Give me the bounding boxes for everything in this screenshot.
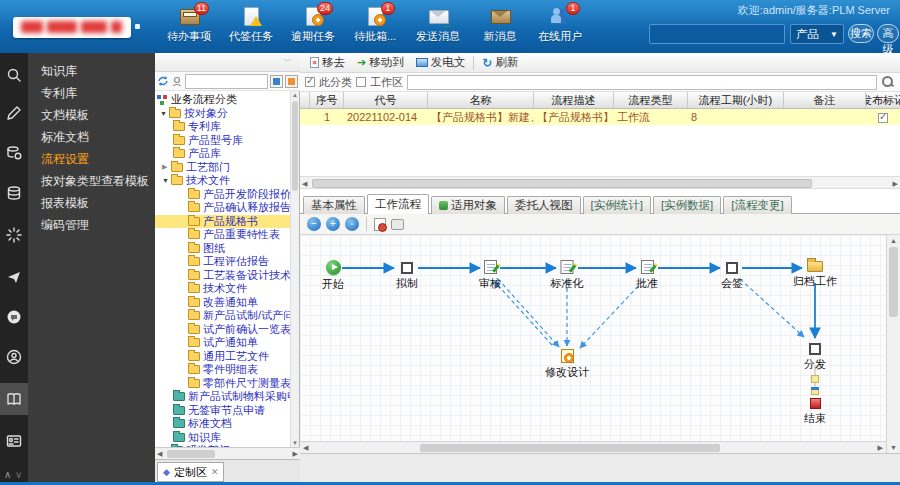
send-message-button[interactable]: → 发送消息 [409, 6, 467, 44]
tab-delegate-view[interactable]: 委托人视图 [507, 196, 581, 214]
sidebar-item-patent-library[interactable]: 专利库 [28, 82, 155, 104]
tree-item[interactable]: 产品库 [155, 147, 291, 161]
scroll-right-icon[interactable]: ▶ [878, 444, 883, 452]
expander-expanded-icon[interactable]: ▼ [160, 110, 169, 117]
stamp-icon[interactable] [374, 218, 386, 231]
tree-root[interactable]: 业务流程分类 [155, 93, 291, 107]
tree-item[interactable]: 工程评估报告 [155, 255, 291, 269]
workflow-node-archive[interactable]: 归档工作 [793, 261, 837, 289]
scrollbar-thumb[interactable] [889, 247, 898, 317]
tree-item[interactable]: 试产通知单 [155, 336, 291, 350]
headset-support-icon[interactable] [0, 341, 28, 373]
col-name[interactable]: 名称 [428, 92, 534, 108]
new-message-button[interactable]: 新消息 [471, 6, 529, 44]
tree-item[interactable]: 新产品试制物料采购申请 [155, 390, 291, 404]
idcard-icon[interactable] [0, 425, 28, 457]
expander-expanded-icon[interactable]: ▼ [162, 177, 171, 184]
sidebar-item-knowledge-base[interactable]: 知识库 [28, 60, 155, 82]
scroll-left-icon[interactable]: ◀ [302, 180, 307, 188]
sidebar-item-workflow-settings[interactable]: 流程设置 [28, 148, 155, 170]
scroll-down-icon[interactable]: ▼ [292, 440, 298, 446]
scroll-up-icon[interactable]: ∧ [4, 469, 11, 480]
tab-instance-data[interactable]: [实例数据] [653, 196, 721, 214]
expander-collapsed-icon[interactable]: ▶ [162, 163, 171, 171]
tree-item[interactable]: 技术文件 [155, 282, 291, 296]
scroll-left-icon[interactable]: ◀ [157, 450, 162, 458]
tree-item[interactable]: 试产前确认一览表 [155, 323, 291, 337]
tree-item[interactable]: 改善通知单 [155, 296, 291, 310]
tab-applicable-objects[interactable]: 适用对象 [431, 196, 505, 214]
scrollbar-thumb[interactable] [167, 450, 215, 458]
send-telegram-button[interactable]: 发电文 [410, 54, 472, 72]
advanced-search-button[interactable]: 高级 [877, 24, 899, 43]
scroll-right-icon[interactable]: ▶ [893, 180, 898, 188]
workflow-node-standardize[interactable]: 标准化 [551, 260, 584, 291]
workflow-node-start[interactable]: 开始 [322, 260, 344, 292]
col-published[interactable]: 发布标记 [866, 92, 900, 108]
zoom-in-icon[interactable]: + [326, 217, 340, 231]
col-seq[interactable]: 序号 [310, 92, 344, 108]
tree-collapse-combo[interactable]: ﹀ [155, 53, 300, 72]
workflow-node-countersign[interactable]: 会签 [721, 262, 743, 291]
zoom-out-icon[interactable]: − [307, 217, 321, 231]
move-to-button[interactable]: ➔移动到 [351, 54, 410, 72]
tree-item-selected[interactable]: 产品规格书 [155, 215, 291, 229]
remove-button[interactable]: ×移去 [304, 54, 351, 72]
zoom-fit-icon[interactable]: ▫ [345, 217, 359, 231]
workflow-node-review[interactable]: 审核 [479, 260, 501, 291]
tree-item[interactable]: ▼按对象分 [155, 107, 291, 121]
scroll-left-icon[interactable]: ◀ [303, 444, 308, 452]
tree-item[interactable]: 工艺装备设计技术方案书 [155, 269, 291, 283]
tree-item[interactable]: 产品确认释放报告 [155, 201, 291, 215]
scroll-up-icon[interactable]: ▲ [292, 92, 298, 98]
tree-item[interactable]: 标准文档 [155, 417, 291, 431]
tree-filter-button-1[interactable] [270, 75, 283, 88]
refresh-button[interactable]: ↻刷新 [476, 54, 524, 72]
tab-instance-statistics[interactable]: [实例统计] [583, 196, 651, 214]
sidebar-item-report-templates[interactable]: 报表模板 [28, 192, 155, 214]
sidebar-item-code-management[interactable]: 编码管理 [28, 214, 155, 236]
table-horizontal-scrollbar[interactable]: ◀▶ [300, 176, 900, 189]
col-note[interactable]: 备注 [784, 92, 866, 108]
online-users-button[interactable]: 1 在线用户 [531, 6, 589, 44]
close-icon[interactable]: ✕ [211, 463, 219, 481]
scroll-right-icon[interactable]: ▶ [293, 450, 298, 458]
refresh-icon[interactable] [157, 75, 169, 87]
tree-item[interactable]: 新产品试制/试产问题改善- [155, 309, 291, 323]
tree-item[interactable]: 产品型号库 [155, 134, 291, 148]
search-scope-select[interactable]: 产品▼ [790, 24, 844, 44]
comment-icon[interactable] [391, 219, 404, 230]
pending-approval-button[interactable]: 1 待批箱... [346, 6, 404, 44]
tree-horizontal-scrollbar[interactable]: ◀▶ [155, 447, 300, 459]
search-button[interactable]: 搜索 [848, 24, 874, 43]
this-category-checkbox[interactable] [305, 77, 315, 87]
overdue-tasks-button[interactable]: 24 逾期任务 [284, 6, 342, 44]
workflow-node-modify-design[interactable]: 修改设计 [545, 349, 589, 380]
tab-workflow-changes[interactable]: [流程变更] [723, 196, 791, 214]
delegate-sign-tasks-button[interactable]: 代签任务 [222, 6, 280, 44]
col-code[interactable]: 代号 [344, 92, 428, 108]
tree-item[interactable]: ▼技术文件 [155, 174, 291, 188]
col-duration[interactable]: 流程工期(小时) [688, 92, 784, 108]
tree-item[interactable]: 图纸 [155, 242, 291, 256]
edit-icon[interactable] [0, 97, 28, 129]
chat-icon[interactable] [0, 301, 28, 333]
sidebar-item-standard-docs[interactable]: 标准文档 [28, 126, 155, 148]
scroll-down-icon[interactable]: ▼ [890, 444, 897, 451]
workflow-node-approve[interactable]: 批准 [636, 260, 658, 291]
tree-filter-button-2[interactable] [285, 75, 298, 88]
scrollbar-thumb[interactable] [292, 101, 298, 191]
canvas-vertical-scrollbar[interactable]: ▲▼ [886, 235, 900, 453]
list-filter-input[interactable] [407, 75, 877, 90]
scrollbar-thumb[interactable] [420, 444, 720, 452]
tree-vertical-scrollbar[interactable]: ▲▼ [290, 91, 299, 447]
workflow-node-distribute[interactable]: 分发 [804, 343, 826, 372]
locate-icon[interactable] [171, 75, 183, 87]
knowledge-search-icon[interactable] [0, 59, 28, 91]
custom-area-tab[interactable]: ◆定制区✕ [157, 462, 224, 482]
tree-item[interactable]: 零部件尺寸测量表 [155, 377, 291, 391]
tree-search-input[interactable] [185, 74, 268, 89]
tree-item[interactable]: ▶工艺部门 [155, 161, 291, 175]
tree-item[interactable]: 通用工艺文件 [155, 350, 291, 364]
scroll-down-icon[interactable]: ∨ [15, 469, 22, 480]
